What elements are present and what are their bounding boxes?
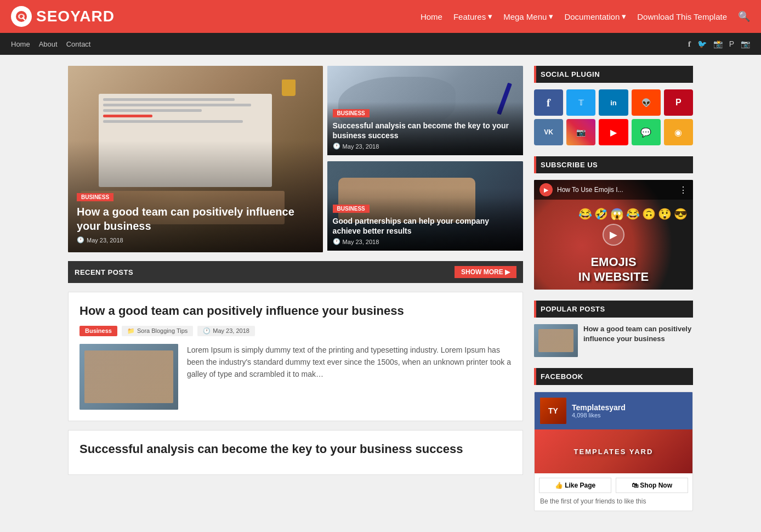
search-icon[interactable]: 🔍 [738,10,750,22]
side-post-2-category: BUSINESS [333,205,370,213]
fb-footer-text: Be the first of your friends to like thi… [535,497,692,511]
side-post-1-title: Successful analysis can become the key t… [333,121,518,140]
logo[interactable]: SEOYARD [11,6,115,27]
chevron-down-icon-2: ▾ [549,12,553,21]
post-1-title[interactable]: How a good team can positively influence… [79,303,512,319]
clock-icon-2: 🕐 [333,143,340,150]
post-1-thumbnail[interactable] [79,344,178,410]
main-container: BUSINESS How a good team can positively … [63,66,698,522]
subscribe-heading: SUBSCRIBE US [534,156,693,173]
rss-social-btn[interactable]: ◉ [664,119,693,145]
nav-secondary-home[interactable]: Home [11,40,30,48]
side-post-1-overlay: BUSINESS Successful analysis can become … [327,102,523,155]
subscribe-us-section: SUBSCRIBE US 😂 🤣 😱 😂 🙃 😲 😎 ▶ How To Use … [534,156,693,290]
top-header: SEOYARD Home Features ▾ Mega Menu ▾ Docu… [0,0,761,33]
post-1-source-tag: 📁 Sora Blogging Tips [122,326,193,336]
side-post-2-title: Good partnerships can help your company … [333,216,518,236]
video-play-button[interactable]: ▶ [603,224,624,246]
fb-page-info: Templatesyard 4,098 likes [572,403,626,418]
post-1-category-tag[interactable]: Business [79,326,117,336]
facebook-widget: TY Templatesyard 4,098 likes TEMPLATES Y… [534,392,693,511]
popular-posts-section: POPULAR POSTS How a good team can positi… [534,301,693,357]
social-plugin-grid: 𝐟 𝕋 in 👽 P VK 📷 ▶ 💬 ◉ [534,89,693,145]
nav-home[interactable]: Home [421,12,442,21]
secondary-facebook-icon[interactable]: 𝐟 [688,39,691,49]
video-title-line1: EMOJIS IN WEBSITE [539,255,688,284]
clock-icon-3: 🕐 [333,238,340,245]
nav-documentation[interactable]: Documentation ▾ [564,12,626,21]
featured-main-category: BUSINESS [77,193,113,201]
nav-secondary-about[interactable]: About [39,40,58,48]
brand-name: SEOYARD [36,8,115,25]
recent-posts-bar: RECENT POSTS SHOW MORE ▶ [68,261,523,283]
logo-icon [11,6,32,27]
popular-post-item-1[interactable]: How a good team can positively influence… [534,324,693,357]
fb-action-buttons: 👍 Like Page 🛍 Shop Now [535,473,692,497]
side-post-2-date: 🕐 May 23, 2018 [333,238,518,245]
secondary-navigation: Home About Contact 𝐟 🐦 📸 P 📷 [0,33,761,55]
post-1-date-tag: 🕐 May 23, 2018 [197,326,255,336]
secondary-twitter-icon[interactable]: 🐦 [697,39,707,49]
fb-like-button[interactable]: 👍 Like Page [539,478,611,493]
social-plugin-heading: SOCIAL PLUGIN [534,66,693,83]
featured-main-date: 🕐 May 23, 2018 [77,236,314,244]
content-area: BUSINESS How a good team can positively … [68,66,523,522]
social-plugin-section: SOCIAL PLUGIN 𝐟 𝕋 in 👽 P VK 📷 ▶ 💬 ◉ [534,66,693,145]
post-1-tags: Business 📁 Sora Blogging Tips 🕐 May 23, … [79,326,512,336]
nav-download[interactable]: Download This Template [637,12,727,21]
show-more-button[interactable]: SHOW MORE ▶ [455,266,516,278]
fb-likes: 4,098 likes [572,412,626,418]
post-2-title[interactable]: Successful analysis can become the key t… [79,442,512,457]
video-widget[interactable]: 😂 🤣 😱 😂 🙃 😲 😎 ▶ How To Use Emojis I... ⋮… [534,180,693,290]
vk-social-btn[interactable]: VK [534,119,563,145]
chevron-down-icon: ▾ [488,12,492,21]
nav-secondary-contact[interactable]: Contact [66,40,91,48]
featured-side-posts: BUSINESS Successful analysis can become … [327,66,523,252]
fb-header: TY Templatesyard 4,098 likes [535,392,692,429]
featured-grid: BUSINESS How a good team can positively … [68,66,523,252]
secondary-pinterest-icon[interactable]: P [729,39,734,49]
popular-post-1-title: How a good team can positively influence… [583,324,693,357]
instagram-social-btn[interactable]: 📷 [566,119,595,145]
post-card-1: How a good team can positively influence… [68,292,523,421]
facebook-heading: FACEBOOK [534,368,693,385]
featured-side-post-1[interactable]: BUSINESS Successful analysis can become … [327,66,523,157]
clock-icon: 🕐 [77,236,84,244]
facebook-section: FACEBOOK TY Templatesyard 4,098 likes TE… [534,368,693,511]
youtube-social-btn[interactable]: ▶ [599,119,628,145]
sidebar: SOCIAL PLUGIN 𝐟 𝕋 in 👽 P VK 📷 ▶ 💬 ◉ SUBS… [534,66,693,522]
video-options-icon[interactable]: ⋮ [679,185,688,195]
linkedin-social-btn[interactable]: in [599,89,628,116]
popular-posts-heading: POPULAR POSTS [534,301,693,318]
fb-shop-button[interactable]: 🛍 Shop Now [616,478,688,493]
whatsapp-social-btn[interactable]: 💬 [632,119,661,145]
video-channel-name: How To Use Emojis I... [557,186,674,194]
featured-main-post[interactable]: BUSINESS How a good team can positively … [68,66,323,252]
video-header-bar: ▶ How To Use Emojis I... ⋮ [534,180,693,200]
folder-icon: 📁 [127,327,135,335]
secondary-nav-links: Home About Contact [11,40,90,48]
twitter-social-btn[interactable]: 𝕋 [566,89,595,116]
side-post-1-category: BUSINESS [333,109,370,117]
main-navigation: Home Features ▾ Mega Menu ▾ Documentatio… [421,10,750,22]
reddit-social-btn[interactable]: 👽 [632,89,661,116]
facebook-social-btn[interactable]: 𝐟 [534,89,563,116]
fb-banner: TEMPLATES YARD [535,429,692,473]
secondary-social-icons: 𝐟 🐦 📸 P 📷 [688,39,750,49]
featured-side-post-2[interactable]: BUSINESS Good partnerships can help your… [327,161,523,252]
side-post-1-date: 🕐 May 23, 2018 [333,143,518,150]
post-1-excerpt: Lorem Ipsum is simply dummy text of the … [187,344,512,410]
fb-logo: TY [540,398,566,424]
secondary-social5-icon[interactable]: 📷 [741,39,750,49]
secondary-instagram-icon[interactable]: 📸 [713,39,723,49]
nav-features[interactable]: Features ▾ [453,12,492,21]
chevron-down-icon-3: ▾ [622,12,626,21]
side-post-2-overlay: BUSINESS Good partnerships can help your… [327,197,523,251]
clock-icon-4: 🕐 [203,327,211,335]
nav-mega-menu[interactable]: Mega Menu ▾ [503,12,553,21]
video-title-overlay: EMOJIS IN WEBSITE [539,255,688,284]
pinterest-social-btn[interactable]: P [664,89,693,116]
recent-posts-label: RECENT POSTS [75,268,133,276]
channel-icon: ▶ [539,183,553,196]
featured-main-title: How a good team can positively influence… [77,205,314,233]
